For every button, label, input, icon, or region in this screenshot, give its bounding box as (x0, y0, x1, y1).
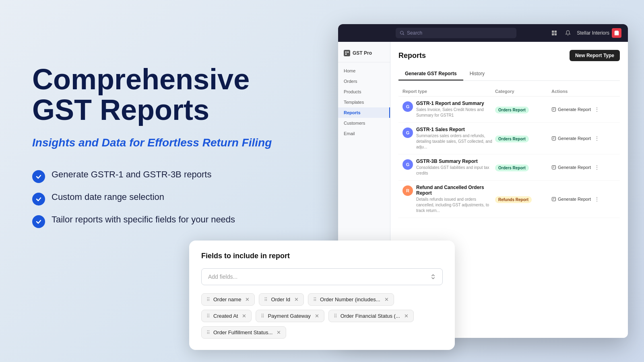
drag-handle-fulfillment-status: ⠿ (206, 330, 210, 335)
hero-section: Comprehensive GST Reports Insights and D… (32, 64, 274, 228)
tabs-bar: Generate GST Reports History (398, 68, 620, 81)
report-desc-4: Details refunds issued and orders cancel… (416, 197, 495, 214)
sidebar-item-products[interactable]: Products (338, 86, 390, 97)
main-heading: Comprehensive GST Reports (32, 64, 274, 125)
report-desc-2: Summarizes sales orders and refunds, det… (416, 133, 495, 150)
generate-report-btn-3[interactable]: Generate Report (551, 165, 591, 170)
sidebar-item-customers[interactable]: Customers (338, 118, 390, 128)
report-desc-3: Consolidates GST liabilities and input t… (416, 165, 495, 176)
report-avatar-1: G (402, 101, 413, 112)
report-name-1: GSTR-1 Report and Summary (416, 101, 495, 106)
field-chip-order-number: ⠿ Order Number (includes... ✕ (308, 293, 394, 306)
top-bar: Search Stellar Interiors (338, 24, 628, 42)
sidebar-item-templates[interactable]: Templates (338, 97, 390, 107)
report-desc-1: Sales Invoice, Sales Credit Notes and Su… (416, 107, 495, 118)
chip-label-payment-gateway: Payment Gateway (268, 313, 310, 319)
remove-chip-fulfillment-status[interactable]: ✕ (277, 329, 281, 335)
page-header: Reports New Report Type (398, 50, 620, 61)
features-list: Generate GSTR-1 and GSTR-3B reports Cust… (32, 169, 274, 228)
drag-handle-created-at: ⠿ (206, 313, 210, 319)
svg-rect-1 (552, 31, 554, 33)
drag-handle-order-name: ⠿ (206, 297, 210, 302)
report-name-2: GSTR-1 Sales Report (416, 127, 495, 132)
report-avatar-4: R (402, 185, 413, 196)
svg-rect-4 (555, 33, 557, 35)
report-actions-4: Generate Report ⋮ (551, 196, 616, 202)
report-row-gstr1-summary: G GSTR-1 Report and Summary Sales Invoic… (398, 97, 620, 123)
more-btn-2[interactable]: ⋮ (594, 135, 600, 142)
add-fields-placeholder: Add fields... (208, 274, 237, 280)
field-chip-order-id: ⠿ Order Id ✕ (259, 293, 304, 306)
category-badge-4: Refunds Report (495, 196, 532, 203)
report-row-refund: R Refund and Cancelled Orders Report Det… (398, 181, 620, 218)
check-icon-3 (32, 215, 45, 228)
sidebar-item-reports[interactable]: Reports (338, 107, 390, 118)
report-actions-1: Generate Report ⋮ (551, 106, 616, 113)
svg-rect-7 (347, 51, 349, 53)
search-bar[interactable]: Search (396, 28, 516, 38)
table-header: Report type Category Actions (398, 86, 620, 97)
generate-report-btn-1[interactable]: Generate Report (551, 107, 591, 112)
col-report-type: Report type (402, 89, 495, 94)
store-info: Stellar Interiors (577, 28, 621, 38)
report-avatar-2: G (402, 128, 413, 138)
new-report-type-button[interactable]: New Report Type (570, 50, 620, 61)
svg-rect-8 (345, 53, 347, 55)
sidebar-item-home[interactable]: Home (338, 66, 390, 76)
shopify-icon (549, 28, 559, 38)
drag-handle-order-number: ⠿ (313, 297, 317, 302)
remove-chip-order-id[interactable]: ✕ (294, 296, 299, 302)
chip-label-created-at: Created At (213, 313, 238, 319)
fields-panel-title: Fields to include in report (201, 252, 443, 260)
category-badge-2: Orders Report (495, 136, 529, 142)
report-avatar-3: G (402, 159, 413, 170)
sidebar-logo: GST Pro (338, 47, 390, 62)
remove-chip-financial-status[interactable]: ✕ (404, 313, 409, 319)
feature-item-3: Tailor reports with specific fields for … (32, 214, 274, 228)
fields-chips: ⠿ Order name ✕ ⠿ Order Id ✕ ⠿ Order Numb… (201, 293, 443, 339)
svg-rect-2 (555, 31, 557, 33)
tab-history[interactable]: History (463, 68, 491, 80)
gst-pro-logo-icon (344, 50, 350, 56)
category-badge-1: Orders Report (495, 107, 529, 113)
chip-label-order-id: Order Id (271, 296, 290, 302)
more-btn-4[interactable]: ⋮ (594, 196, 600, 202)
fields-panel: Fields to include in report Add fields..… (189, 241, 455, 350)
chip-label-fulfillment-status: Order Fulfillment Status... (213, 329, 272, 335)
svg-rect-3 (552, 33, 554, 35)
report-info-4: R Refund and Cancelled Orders Report Det… (402, 185, 495, 214)
category-badge-3: Orders Report (495, 165, 529, 171)
sidebar-item-orders[interactable]: Orders (338, 76, 390, 86)
col-category: Category (495, 89, 551, 94)
more-btn-3[interactable]: ⋮ (594, 164, 600, 171)
feature-item-2: Custom date range selection (32, 192, 274, 206)
field-chip-payment-gateway: ⠿ Payment Gateway ✕ (256, 310, 324, 322)
remove-chip-payment-gateway[interactable]: ✕ (315, 313, 319, 319)
topbar-right: Stellar Interiors (549, 28, 621, 38)
add-fields-input[interactable]: Add fields... (201, 268, 443, 285)
generate-report-btn-2[interactable]: Generate Report (551, 136, 591, 141)
search-input-placeholder: Search (407, 30, 422, 36)
check-icon-1 (32, 170, 45, 183)
report-info-2: G GSTR-1 Sales Report Summarizes sales o… (402, 127, 495, 150)
generate-report-btn-4[interactable]: Generate Report (551, 197, 591, 202)
remove-chip-order-name[interactable]: ✕ (245, 296, 250, 302)
drag-handle-payment-gateway: ⠿ (261, 313, 264, 319)
chip-label-order-number: Order Number (includes... (320, 296, 380, 302)
sidebar-item-email[interactable]: Email (338, 128, 390, 139)
svg-rect-6 (345, 51, 347, 53)
remove-chip-created-at[interactable]: ✕ (242, 313, 246, 319)
notification-icon (563, 28, 573, 38)
field-chip-order-name: ⠿ Order name ✕ (201, 293, 255, 306)
drag-handle-order-id: ⠿ (264, 297, 268, 302)
page-title: Reports (398, 51, 426, 60)
feature-item-1: Generate GSTR-1 and GSTR-3B reports (32, 169, 274, 183)
report-row-gstr3b: G GSTR-3B Summary Report Consolidates GS… (398, 154, 620, 181)
report-name-4: Refund and Cancelled Orders Report (416, 185, 495, 196)
report-row-gstr1-sales: G GSTR-1 Sales Report Summarizes sales o… (398, 123, 620, 154)
drag-handle-financial-status: ⠿ (334, 313, 337, 319)
chip-label-order-name: Order name (213, 296, 241, 302)
tab-generate-gst[interactable]: Generate GST Reports (398, 68, 463, 80)
remove-chip-order-number[interactable]: ✕ (384, 296, 389, 302)
more-btn-1[interactable]: ⋮ (594, 106, 600, 113)
